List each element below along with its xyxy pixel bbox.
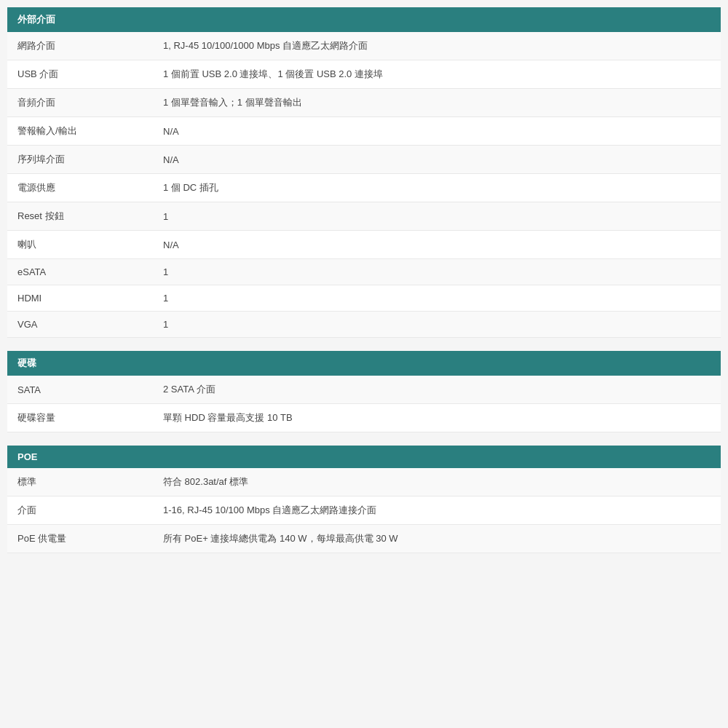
- row-label: SATA: [7, 376, 153, 404]
- row-value: 單顆 HDD 容量最高支援 10 TB: [153, 404, 721, 432]
- row-value: 1: [153, 259, 721, 285]
- table-row: 標準符合 802.3at/af 標準: [7, 468, 721, 496]
- row-value: 1 個 DC 插孔: [153, 174, 721, 202]
- row-value: 1, RJ-45 10/100/1000 Mbps 自適應乙太網路介面: [153, 32, 721, 60]
- section-header-external-interface: 外部介面: [7, 7, 721, 32]
- table-hard-disk: SATA2 SATA 介面硬碟容量單顆 HDD 容量最高支援 10 TB: [7, 376, 721, 432]
- table-row: 警報輸入/輸出N/A: [7, 117, 721, 146]
- table-row: eSATA1: [7, 259, 721, 285]
- table-row: VGA1: [7, 312, 721, 338]
- table-row: 序列埠介面N/A: [7, 146, 721, 174]
- row-label: 介面: [7, 496, 153, 525]
- row-value: 1: [153, 202, 721, 231]
- section-poe: POE標準符合 802.3at/af 標準介面1-16, RJ-45 10/10…: [7, 446, 721, 553]
- row-label: PoE 供電量: [7, 525, 153, 553]
- table-row: 硬碟容量單顆 HDD 容量最高支援 10 TB: [7, 404, 721, 432]
- row-label: VGA: [7, 312, 153, 338]
- row-label: 電源供應: [7, 174, 153, 202]
- row-value: 1 個前置 USB 2.0 連接埠、1 個後置 USB 2.0 連接埠: [153, 60, 721, 89]
- row-value: 1: [153, 285, 721, 312]
- row-label: USB 介面: [7, 60, 153, 89]
- section-header-hard-disk: 硬碟: [7, 351, 721, 376]
- section-header-poe: POE: [7, 446, 721, 468]
- row-value: 1-16, RJ-45 10/100 Mbps 自適應乙太網路連接介面: [153, 496, 721, 525]
- row-label: 硬碟容量: [7, 404, 153, 432]
- table-row: HDMI1: [7, 285, 721, 312]
- table-row: 音頻介面1 個單聲音輸入；1 個單聲音輸出: [7, 89, 721, 117]
- table-external-interface: 網路介面1, RJ-45 10/100/1000 Mbps 自適應乙太網路介面U…: [7, 32, 721, 338]
- row-value: 2 SATA 介面: [153, 376, 721, 404]
- table-row: SATA2 SATA 介面: [7, 376, 721, 404]
- table-row: USB 介面1 個前置 USB 2.0 連接埠、1 個後置 USB 2.0 連接…: [7, 60, 721, 89]
- row-label: Reset 按鈕: [7, 202, 153, 231]
- table-row: 電源供應1 個 DC 插孔: [7, 174, 721, 202]
- row-value: N/A: [153, 117, 721, 146]
- row-label: 網路介面: [7, 32, 153, 60]
- table-row: Reset 按鈕1: [7, 202, 721, 231]
- row-label: 序列埠介面: [7, 146, 153, 174]
- page-content: 外部介面網路介面1, RJ-45 10/100/1000 Mbps 自適應乙太網…: [7, 7, 721, 553]
- row-value: 1 個單聲音輸入；1 個單聲音輸出: [153, 89, 721, 117]
- row-label: 音頻介面: [7, 89, 153, 117]
- section-external-interface: 外部介面網路介面1, RJ-45 10/100/1000 Mbps 自適應乙太網…: [7, 7, 721, 338]
- table-row: PoE 供電量所有 PoE+ 連接埠總供電為 140 W，每埠最高供電 30 W: [7, 525, 721, 553]
- row-label: 喇叭: [7, 231, 153, 259]
- row-label: 標準: [7, 468, 153, 496]
- row-value: N/A: [153, 231, 721, 259]
- table-poe: 標準符合 802.3at/af 標準介面1-16, RJ-45 10/100 M…: [7, 468, 721, 553]
- row-value: 1: [153, 312, 721, 338]
- table-row: 介面1-16, RJ-45 10/100 Mbps 自適應乙太網路連接介面: [7, 496, 721, 525]
- table-row: 網路介面1, RJ-45 10/100/1000 Mbps 自適應乙太網路介面: [7, 32, 721, 60]
- row-label: HDMI: [7, 285, 153, 312]
- row-label: 警報輸入/輸出: [7, 117, 153, 146]
- row-value: N/A: [153, 146, 721, 174]
- section-hard-disk: 硬碟SATA2 SATA 介面硬碟容量單顆 HDD 容量最高支援 10 TB: [7, 351, 721, 432]
- row-value: 符合 802.3at/af 標準: [153, 468, 721, 496]
- row-label: eSATA: [7, 259, 153, 285]
- row-value: 所有 PoE+ 連接埠總供電為 140 W，每埠最高供電 30 W: [153, 525, 721, 553]
- table-row: 喇叭N/A: [7, 231, 721, 259]
